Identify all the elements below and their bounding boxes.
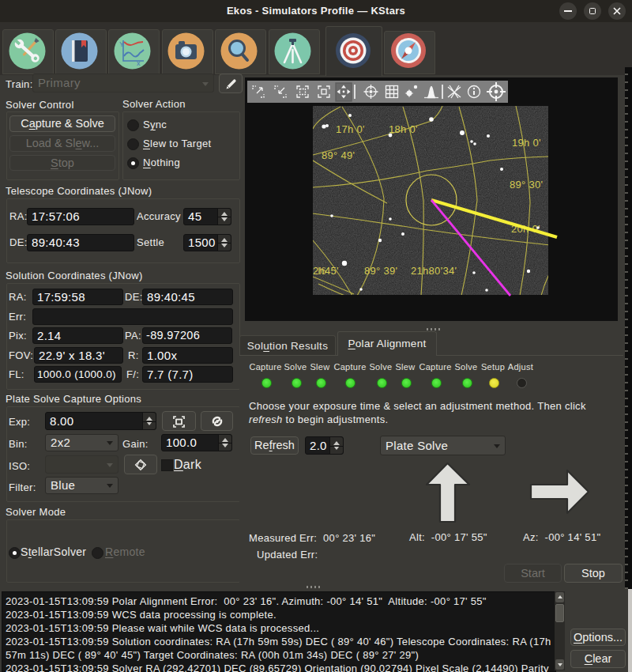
svg-text:18h 0': 18h 0' [389,123,418,135]
svg-text:I6: I6 [318,265,326,277]
svg-text:17h 0': 17h 0' [336,123,365,135]
svg-text:19h 0': 19h 0' [512,137,541,149]
svg-text:21h80'34': 21h80'34' [411,265,457,277]
svg-text:Y: Y [119,40,124,48]
svg-text:89° 30': 89° 30' [510,179,543,191]
svg-text:x: x [137,59,141,67]
svg-text:89° 39': 89° 39' [364,265,397,277]
svg-text:89° 49': 89° 49' [322,149,355,161]
